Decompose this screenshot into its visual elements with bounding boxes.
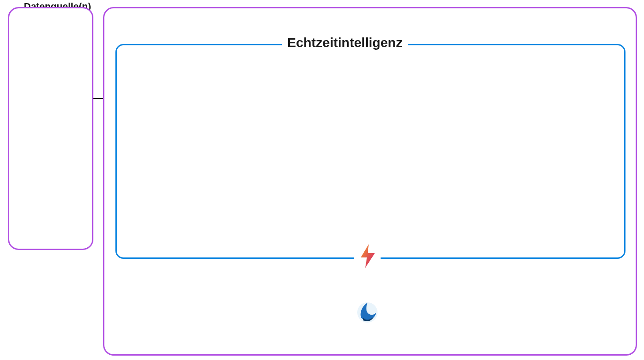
rti-title: Echtzeitintelligenz [282,35,408,50]
rthub-tile [354,241,381,271]
rthub-icon [356,243,378,269]
rti-panel [115,44,625,259]
onelake-icon [355,300,380,325]
onelake-tile [354,299,381,326]
datasources-panel [8,7,93,250]
